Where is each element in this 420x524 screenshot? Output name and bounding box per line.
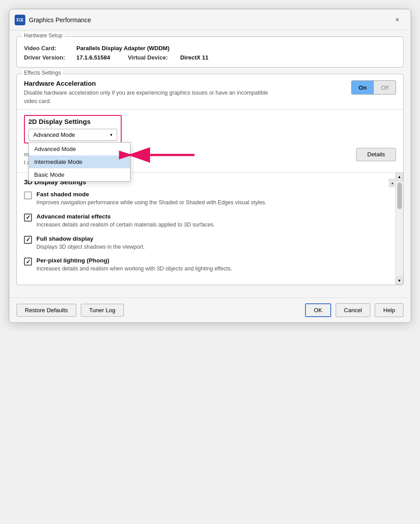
scroll-thumb[interactable] xyxy=(397,183,402,209)
toggle-on-button[interactable]: On xyxy=(352,81,374,94)
video-card-row: Video Card: Parallels Display Adapter (W… xyxy=(24,45,396,52)
scrollbar-track: ▲ ▼ xyxy=(395,173,403,285)
dropdown-selected-value: Advanced Mode xyxy=(33,131,75,138)
video-card-value: Parallels Display Adapter (WDDM) xyxy=(76,45,170,52)
fast-shaded-text: Fast shaded mode Improves navigation per… xyxy=(36,191,266,207)
hardware-setup-section: Hardware Setup Video Card: Parallels Dis… xyxy=(16,36,404,67)
driver-version-label: Driver Version: xyxy=(24,54,73,61)
video-card-label: Video Card: xyxy=(24,45,73,52)
threed-display-section: 3D Display Settings ▲ Fast shaded mode I… xyxy=(17,172,403,285)
scroll-up-btn[interactable]: ▲ xyxy=(396,173,403,181)
cancel-button[interactable]: Cancel xyxy=(336,303,370,317)
per-pixel-checkbox[interactable] xyxy=(24,258,32,266)
hw-accel-toggle[interactable]: On Off xyxy=(351,80,396,95)
scroll-down-btn[interactable]: ▼ xyxy=(396,277,403,285)
dropdown-item-advanced[interactable]: Advanced Mode xyxy=(29,143,130,155)
hw-accel-row: Hardware Acceleration Disable hardware a… xyxy=(24,79,396,106)
dropdown-item-basic[interactable]: Basic Mode xyxy=(29,168,130,181)
full-shadow-item: Full shadow display Displays 3D object s… xyxy=(24,235,396,251)
dropdown-chevron-icon: ▾ xyxy=(110,132,112,137)
advanced-material-checkbox[interactable] xyxy=(24,214,32,222)
per-pixel-desc: Increases details and realism when worki… xyxy=(36,265,232,273)
close-button[interactable]: × xyxy=(391,14,404,26)
toggle-off-button[interactable]: Off xyxy=(374,81,396,94)
per-pixel-item: Per-pixel lighting (Phong) Increases det… xyxy=(24,257,396,273)
dropdown-open-list: Advanced Mode Intermediate Mode Basic Mo… xyxy=(28,142,131,182)
driver-version-group: Driver Version: 17.1.6.51584 xyxy=(24,54,110,61)
hw-accel-desc: Disable hardware acceleration only if yo… xyxy=(24,89,273,106)
fast-shaded-label: Fast shaded mode xyxy=(36,191,266,198)
effects-body: Hardware Acceleration Disable hardware a… xyxy=(17,74,403,106)
help-button[interactable]: Help xyxy=(375,303,404,317)
footer-left-buttons: Restore Defaults Tuner Log xyxy=(16,304,124,317)
advanced-material-text: Advanced material effects Increases deta… xyxy=(36,213,215,229)
full-shadow-desc: Displays 3D object shadows in the viewpo… xyxy=(36,243,145,251)
hardware-setup-title: Hardware Setup xyxy=(22,32,64,39)
ok-button[interactable]: OK xyxy=(305,303,331,317)
fast-shaded-desc: Improves navigation performance while us… xyxy=(36,198,266,207)
tuner-log-button[interactable]: Tuner Log xyxy=(81,304,124,317)
fast-shaded-item: Fast shaded mode Improves navigation per… xyxy=(24,191,396,207)
twod-display-section: 2D Display Settings Advanced Mode ▾ Adva… xyxy=(17,110,403,173)
hw-accel-left: Hardware Acceleration Disable hardware a… xyxy=(24,79,351,106)
footer-right-buttons: OK Cancel Help xyxy=(305,303,404,317)
effects-settings-title: Effects Settings xyxy=(22,70,63,76)
virtual-device-label: Virtual Device: xyxy=(128,54,177,61)
restore-defaults-button[interactable]: Restore Defaults xyxy=(16,304,76,317)
per-pixel-text: Per-pixel lighting (Phong) Increases det… xyxy=(36,257,232,273)
advanced-material-item: Advanced material effects Increases deta… xyxy=(24,213,396,229)
per-pixel-label: Per-pixel lighting (Phong) xyxy=(36,257,232,264)
app-icon: F/X xyxy=(15,15,25,25)
virtual-device-value: DirectX 11 xyxy=(180,54,209,61)
details-button[interactable]: Details xyxy=(356,148,396,161)
hw-accel-title: Hardware Acceleration xyxy=(24,79,351,87)
full-shadow-checkbox[interactable] xyxy=(24,236,32,244)
advanced-material-label: Advanced material effects xyxy=(36,213,215,220)
title-bar: F/X Graphics Performance × xyxy=(9,9,411,30)
display-mode-dropdown-wrapper: Advanced Mode ▾ Advanced Mode Intermedia… xyxy=(28,129,117,141)
driver-info-row: Driver Version: 17.1.6.51584 Virtual Dev… xyxy=(24,54,396,61)
twod-section-title: 2D Display Settings xyxy=(28,118,117,125)
title-bar-left: F/X Graphics Performance xyxy=(15,15,91,25)
driver-version-value: 17.1.6.51584 xyxy=(76,54,110,61)
virtual-device-group: Virtual Device: DirectX 11 xyxy=(128,54,209,61)
graphics-performance-window: F/X Graphics Performance × Hardware Setu… xyxy=(9,9,411,323)
advanced-material-desc: Increases details and realism of certain… xyxy=(36,221,215,229)
full-shadow-text: Full shadow display Displays 3D object s… xyxy=(36,235,145,251)
display-mode-dropdown[interactable]: Advanced Mode ▾ xyxy=(28,129,117,141)
main-content: Hardware Setup Video Card: Parallels Dis… xyxy=(9,30,411,298)
full-shadow-label: Full shadow display xyxy=(36,235,145,242)
footer: Restore Defaults Tuner Log OK Cancel Hel… xyxy=(9,298,411,322)
dropdown-item-intermediate[interactable]: Intermediate Mode xyxy=(29,155,130,168)
scroll-thumb-area xyxy=(397,181,402,277)
effects-settings-section: Effects Settings Hardware Acceleration D… xyxy=(16,74,404,285)
fast-shaded-checkbox[interactable] xyxy=(24,191,32,199)
window-title: Graphics Performance xyxy=(29,16,91,24)
